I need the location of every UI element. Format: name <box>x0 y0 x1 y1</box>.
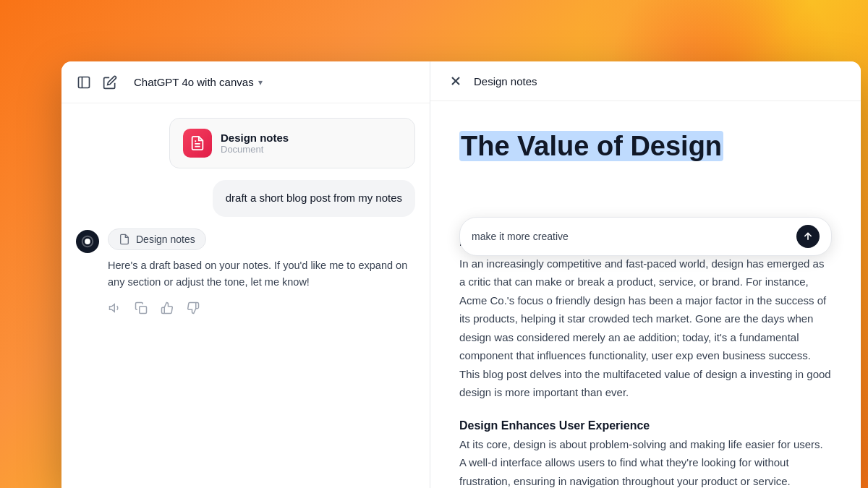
svg-rect-0 <box>79 77 90 87</box>
assistant-message-body: Here's a draft based on your notes. If y… <box>108 257 415 291</box>
chat-header: ChatGPT 4o with canvas ▾ <box>61 61 430 103</box>
canvas-panel: Design notes The Value of Design I <box>430 61 861 488</box>
main-paragraph: In an increasingly competitive and fast-… <box>459 254 832 402</box>
canvas-header: Design notes <box>430 61 861 101</box>
inline-edit-input[interactable] <box>472 231 789 242</box>
assistant-message: Design notes Here's a draft based on you… <box>76 228 415 315</box>
copy-icon[interactable] <box>134 301 148 315</box>
thumbs-down-icon[interactable] <box>186 301 200 315</box>
chevron-down-icon: ▾ <box>258 77 263 87</box>
chat-messages-list: Design notes Document draft a short blog… <box>61 103 430 488</box>
user-message-bubble: draft a short blog post from my notes <box>213 180 415 217</box>
document-card[interactable]: Design notes Document <box>169 118 415 168</box>
second-paragraph: At its core, design is about problem-sol… <box>459 435 832 488</box>
inline-edit-bar <box>459 217 832 256</box>
user-message-text: draft a short blog post from my notes <box>226 192 402 204</box>
canvas-panel-title: Design notes <box>474 75 537 87</box>
canvas-document-area: The Value of Design Introdu In an increa… <box>430 101 861 488</box>
sidebar-toggle-icon[interactable] <box>76 74 92 90</box>
assistant-content: Design notes Here's a draft based on you… <box>108 228 415 315</box>
thumbs-up-icon[interactable] <box>160 301 174 315</box>
inline-send-button[interactable] <box>796 225 820 248</box>
close-canvas-button[interactable] <box>448 73 464 89</box>
model-selector[interactable]: ChatGPT 4o with canvas ▾ <box>128 73 268 91</box>
assistant-avatar-icon <box>76 230 99 253</box>
audio-icon[interactable] <box>108 301 122 315</box>
svg-point-5 <box>85 239 90 244</box>
document-card-title: Design notes <box>221 132 289 144</box>
main-window: ChatGPT 4o with canvas ▾ Desig <box>61 61 861 488</box>
section-heading-ux: Design Enhances User Experience <box>459 419 832 432</box>
svg-marker-6 <box>110 304 115 312</box>
model-name: ChatGPT 4o with canvas <box>134 76 254 88</box>
document-heading: The Value of Design <box>459 131 723 161</box>
document-icon <box>183 129 212 158</box>
notes-chip-label: Design notes <box>136 234 195 245</box>
document-card-type: Document <box>221 144 289 155</box>
message-action-icons <box>108 301 415 315</box>
document-heading-wrapper: The Value of Design <box>459 130 832 163</box>
document-info: Design notes Document <box>221 132 289 155</box>
design-notes-chip[interactable]: Design notes <box>108 228 206 250</box>
svg-rect-7 <box>140 307 147 314</box>
edit-icon[interactable] <box>102 74 118 90</box>
chat-panel: ChatGPT 4o with canvas ▾ Desig <box>61 61 430 488</box>
